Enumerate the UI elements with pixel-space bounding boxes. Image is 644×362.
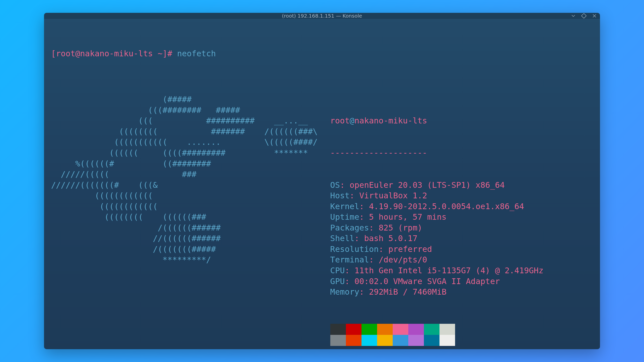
color-block	[393, 324, 408, 335]
info-label: Memory	[330, 287, 359, 297]
color-block	[346, 335, 361, 346]
close-icon[interactable]	[592, 13, 597, 18]
terminal-body[interactable]: [root@nakano-miku-lts ~]# neofetch (####…	[44, 19, 600, 349]
terminal-window: (root) 192.168.1.151 — Konsole [root@nak…	[44, 13, 600, 349]
info-label: GPU	[330, 277, 345, 286]
info-value: bash 5.0.17	[364, 234, 417, 243]
info-label: Packages	[330, 223, 369, 233]
color-block	[408, 335, 424, 346]
info-label: Shell	[330, 234, 354, 243]
info-line: Uptime: 5 hours, 57 mins	[330, 212, 544, 222]
color-block	[393, 335, 408, 346]
maximize-icon[interactable]	[581, 13, 586, 18]
info-value: 292MiB / 7460MiB	[369, 287, 447, 297]
info-line: Host: VirtualBox 1.2	[330, 190, 544, 201]
info-label: Uptime	[330, 212, 359, 222]
color-block	[377, 324, 393, 335]
neofetch-output: (##### (((######## ##### ((( ########## …	[51, 94, 593, 349]
svg-rect-0	[581, 13, 586, 18]
window-controls	[571, 13, 597, 19]
window-title: (root) 192.168.1.151 — Konsole	[282, 13, 362, 19]
color-row-1	[330, 324, 544, 335]
color-block	[424, 335, 439, 346]
color-block	[330, 324, 346, 335]
color-blocks	[330, 324, 544, 346]
color-row-2	[330, 335, 544, 346]
info-label: CPU	[330, 266, 345, 275]
info-line: Resolution: preferred	[330, 244, 544, 255]
color-block	[408, 324, 424, 335]
info-line: Packages: 825 (rpm)	[330, 222, 544, 233]
info-line: Kernel: 4.19.90-2012.5.0.0054.oe1.x86_64	[330, 201, 544, 212]
command-text: neofetch	[177, 49, 216, 58]
info-value: preferred	[388, 244, 432, 254]
info-line: GPU: 00:02.0 VMware SVGA II Adapter	[330, 276, 544, 287]
info-label: Kernel	[330, 202, 359, 211]
info-line: Terminal: /dev/pts/0	[330, 254, 544, 265]
info-value: 4.19.90-2012.5.0.0054.oe1.x86_64	[369, 202, 524, 211]
color-block	[361, 324, 377, 335]
prompt-text: [root@nakano-miku-lts ~]#	[51, 49, 177, 58]
color-block	[330, 335, 346, 346]
prompt-line-1: [root@nakano-miku-lts ~]# neofetch	[51, 48, 593, 59]
info-line: OS: openEuler 20.03 (LTS-SP1) x86_64	[330, 180, 544, 191]
info-label: Host	[330, 191, 350, 200]
color-block	[424, 324, 439, 335]
info-value: 5 hours, 57 mins	[369, 212, 447, 222]
ascii-art: (##### (((######## ##### ((( ########## …	[51, 94, 318, 265]
info-line: Shell: bash 5.0.17	[330, 233, 544, 244]
color-block	[439, 324, 455, 335]
info-line: CPU: 11th Gen Intel i5-1135G7 (4) @ 2.41…	[330, 265, 544, 276]
user-host-line: root@nakano-miku-lts	[330, 115, 544, 126]
system-info: root@nakano-miku-lts -------------------…	[330, 94, 544, 349]
separator-line: --------------------	[330, 148, 544, 158]
info-value: /dev/pts/0	[379, 255, 427, 264]
info-label: Terminal	[330, 255, 369, 264]
info-line: Memory: 292MiB / 7460MiB	[330, 287, 544, 297]
color-block	[439, 335, 455, 346]
titlebar: (root) 192.168.1.151 — Konsole	[44, 13, 600, 19]
minimize-icon[interactable]	[571, 13, 576, 18]
info-label: OS	[330, 180, 340, 190]
color-block	[377, 335, 393, 346]
info-value: 825 (rpm)	[379, 223, 422, 233]
info-value: VirtualBox 1.2	[359, 191, 427, 200]
info-label: Resolution	[330, 244, 379, 254]
color-block	[346, 324, 361, 335]
info-value: 11th Gen Intel i5-1135G7 (4) @ 2.419GHz	[354, 266, 543, 275]
color-block	[361, 335, 377, 346]
info-value: 00:02.0 VMware SVGA II Adapter	[354, 277, 500, 286]
info-value: openEuler 20.03 (LTS-SP1) x86_64	[350, 180, 505, 190]
